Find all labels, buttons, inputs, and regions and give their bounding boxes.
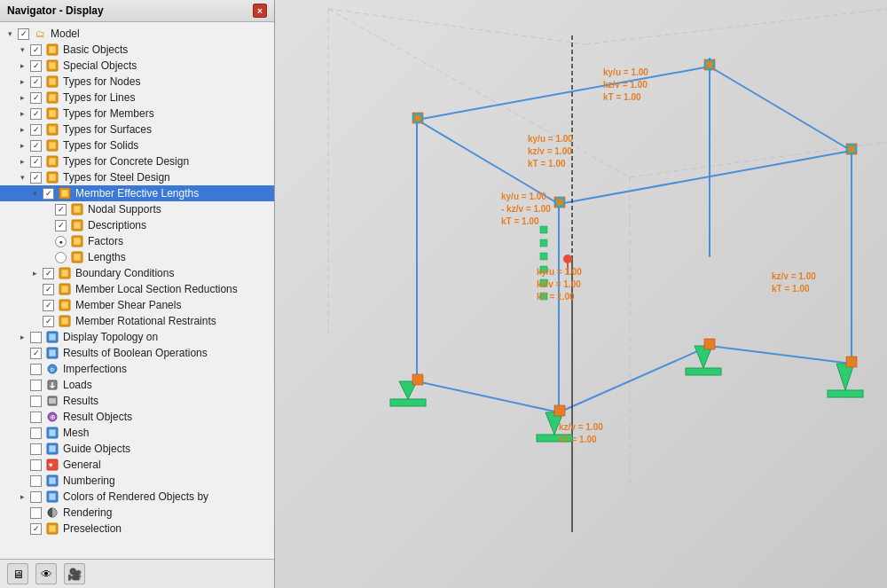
arrow-model[interactable] bbox=[4, 27, 16, 40]
tree-item-result-objects[interactable]: ⊕Result Objects bbox=[0, 409, 274, 425]
tree-item-descriptions[interactable]: Descriptions bbox=[0, 217, 274, 233]
tree-item-member-local-section[interactable]: Member Local Section Reductions bbox=[0, 281, 274, 297]
checkbox-lengths[interactable] bbox=[55, 252, 67, 263]
tree-item-model[interactable]: 🗂Model bbox=[0, 26, 274, 42]
arrow-types-for-nodes[interactable] bbox=[16, 75, 28, 88]
tree-item-types-for-nodes[interactable]: Types for Nodes bbox=[0, 74, 274, 90]
arrow-display-topology[interactable] bbox=[16, 331, 28, 343]
tree-item-basic-objects[interactable]: Basic Objects bbox=[0, 42, 274, 58]
display-button[interactable]: 🖥 bbox=[7, 563, 28, 584]
svg-text:⚙: ⚙ bbox=[50, 367, 54, 372]
icon-types-for-lines bbox=[45, 90, 59, 105]
checkbox-colors-rendered[interactable] bbox=[30, 491, 42, 503]
svg-rect-25 bbox=[74, 238, 81, 245]
checkbox-display-topology[interactable] bbox=[30, 332, 42, 343]
svg-rect-91 bbox=[828, 390, 863, 397]
tree-item-results-boolean[interactable]: Results of Boolean Operations bbox=[0, 345, 274, 361]
svg-rect-99 bbox=[846, 357, 857, 367]
checkbox-descriptions[interactable] bbox=[55, 220, 67, 231]
tree-item-member-rotational[interactable]: Member Rotational Restraints bbox=[0, 313, 274, 329]
arrow-basic-objects[interactable] bbox=[16, 43, 28, 56]
checkbox-member-local-section[interactable] bbox=[43, 284, 54, 295]
checkbox-result-objects[interactable] bbox=[30, 412, 42, 423]
tree-item-special-objects[interactable]: Special Objects bbox=[0, 58, 274, 74]
checkbox-model[interactable] bbox=[18, 28, 29, 40]
checkbox-types-for-surfaces[interactable] bbox=[30, 124, 42, 136]
checkbox-factors[interactable] bbox=[55, 236, 67, 247]
tree-item-imperfections[interactable]: ⚙Imperfections bbox=[0, 361, 274, 377]
tree-item-lengths[interactable]: Lengths bbox=[0, 249, 274, 265]
checkbox-loads[interactable] bbox=[30, 380, 42, 391]
tree-item-colors-rendered[interactable]: Colors of Rendered Objects by bbox=[0, 489, 274, 505]
tree-item-types-concrete[interactable]: Types for Concrete Design bbox=[0, 153, 274, 169]
arrow-types-for-members[interactable] bbox=[16, 107, 28, 120]
tree-item-types-steel[interactable]: Types for Steel Design bbox=[0, 169, 274, 185]
checkbox-general[interactable] bbox=[30, 459, 42, 471]
icon-member-eff-lengths bbox=[58, 186, 72, 200]
checkbox-results[interactable] bbox=[30, 396, 42, 407]
eye-button[interactable]: 👁 bbox=[35, 563, 57, 584]
tree-item-display-topology[interactable]: Display Topology on bbox=[0, 329, 274, 345]
svg-rect-29 bbox=[61, 270, 68, 277]
annotation-3: ky/u = 1.00- kz/v = 1.00kT = 1.00 bbox=[501, 191, 551, 228]
label-results: Results bbox=[63, 395, 98, 407]
close-button[interactable]: × bbox=[253, 4, 267, 18]
tree-item-member-shear-panels[interactable]: Member Shear Panels bbox=[0, 297, 274, 313]
label-nodal-supports: Nodal Supports bbox=[88, 203, 161, 216]
checkbox-imperfections[interactable] bbox=[30, 364, 42, 375]
icon-loads bbox=[45, 378, 59, 392]
checkbox-member-shear-panels[interactable] bbox=[43, 300, 54, 311]
icon-member-local-section bbox=[58, 282, 72, 296]
icon-boundary-conditions bbox=[58, 266, 72, 280]
checkbox-nodal-supports[interactable] bbox=[55, 204, 67, 216]
tree-item-mesh[interactable]: Mesh bbox=[0, 425, 274, 441]
tree-item-guide-objects[interactable]: Guide Objects bbox=[0, 441, 274, 457]
checkbox-mesh[interactable] bbox=[30, 427, 42, 439]
arrow-types-concrete[interactable] bbox=[16, 155, 28, 168]
checkbox-boundary-conditions[interactable] bbox=[43, 268, 54, 279]
tree-item-boundary-conditions[interactable]: Boundary Conditions bbox=[0, 265, 274, 281]
checkbox-special-objects[interactable] bbox=[30, 60, 42, 72]
checkbox-types-for-members[interactable] bbox=[30, 108, 42, 120]
icon-preselection bbox=[45, 521, 59, 536]
tree-item-factors[interactable]: Factors bbox=[0, 233, 274, 249]
checkbox-member-rotational[interactable] bbox=[43, 316, 54, 327]
tree-item-results[interactable]: Results bbox=[0, 393, 274, 409]
arrow-types-steel[interactable] bbox=[16, 171, 28, 184]
arrow-member-eff-lengths[interactable] bbox=[28, 187, 41, 200]
label-numbering: Numbering bbox=[63, 474, 115, 487]
tree-item-types-for-surfaces[interactable]: Types for Surfaces bbox=[0, 122, 274, 137]
checkbox-types-concrete[interactable] bbox=[30, 156, 42, 168]
arrow-types-for-surfaces[interactable] bbox=[16, 123, 28, 136]
checkbox-types-for-lines[interactable] bbox=[30, 92, 42, 104]
tree-item-nodal-supports[interactable]: Nodal Supports bbox=[0, 201, 274, 217]
svg-rect-96 bbox=[412, 374, 423, 385]
tree-item-member-eff-lengths[interactable]: Member Effective Lengths bbox=[0, 185, 274, 201]
camera-button[interactable]: 🎥 bbox=[64, 563, 85, 584]
checkbox-types-for-nodes[interactable] bbox=[30, 76, 42, 88]
tree-item-preselection[interactable]: Preselection bbox=[0, 521, 274, 537]
tree-item-rendering[interactable]: Rendering bbox=[0, 505, 274, 521]
checkbox-results-boolean[interactable] bbox=[30, 348, 42, 359]
viewport[interactable]: ky/u = 1.00kz/v = 1.00kT = 1.00 ky/u = 1… bbox=[275, 0, 887, 588]
checkbox-numbering[interactable] bbox=[30, 475, 42, 487]
tree-item-general[interactable]: ♥General bbox=[0, 457, 274, 473]
checkbox-rendering[interactable] bbox=[30, 507, 42, 519]
checkbox-preselection[interactable] bbox=[30, 523, 42, 535]
tree-item-loads[interactable]: Loads bbox=[0, 377, 274, 393]
checkbox-types-for-solids[interactable] bbox=[30, 140, 42, 152]
tree-item-numbering[interactable]: Numbering bbox=[0, 473, 274, 489]
tree-item-types-for-solids[interactable]: Types for Solids bbox=[0, 137, 274, 153]
checkbox-guide-objects[interactable] bbox=[30, 443, 42, 455]
arrow-types-for-lines[interactable] bbox=[16, 91, 28, 104]
checkbox-basic-objects[interactable] bbox=[30, 44, 42, 56]
checkbox-types-steel[interactable] bbox=[30, 172, 42, 184]
arrow-special-objects[interactable] bbox=[16, 59, 28, 72]
arrow-colors-rendered[interactable] bbox=[16, 490, 28, 503]
checkbox-member-eff-lengths[interactable] bbox=[43, 188, 54, 200]
arrow-types-for-solids[interactable] bbox=[16, 139, 28, 152]
tree-item-types-for-members[interactable]: Types for Members bbox=[0, 106, 274, 122]
arrow-boundary-conditions[interactable] bbox=[28, 267, 41, 279]
tree-item-types-for-lines[interactable]: Types for Lines bbox=[0, 90, 274, 106]
label-general: General bbox=[63, 459, 101, 471]
